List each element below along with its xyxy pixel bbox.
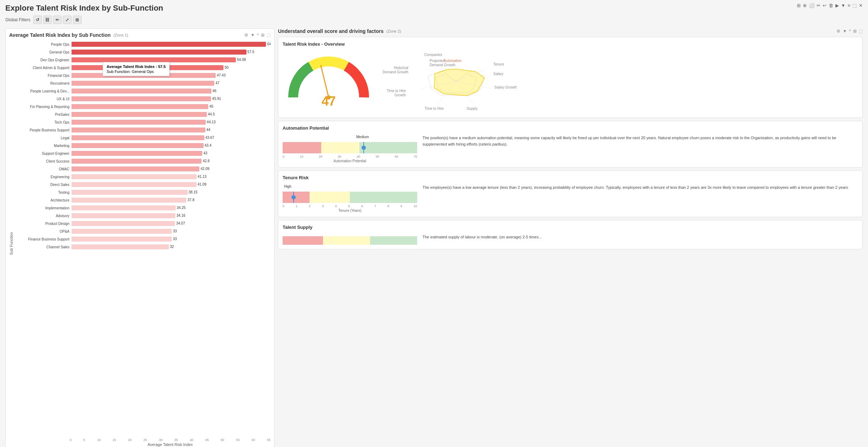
table-row: Channel Sales32	[15, 243, 269, 250]
bar-label: Recruitment	[15, 81, 72, 85]
bar-value: 34.16	[176, 213, 185, 218]
svg-text:Companies: Companies	[424, 53, 442, 57]
talent-supply-title: Talent Supply	[283, 225, 312, 230]
bar-label: Marketing	[15, 144, 72, 148]
delete-icon[interactable]: 🗑	[829, 3, 833, 8]
bar-fill	[72, 42, 266, 47]
right-panel-title: Understand overall score and driving fac…	[278, 28, 384, 34]
automation-x-label: Automation Potential	[283, 159, 417, 163]
right-pop-icon[interactable]: ⬚	[859, 29, 863, 34]
add-icon[interactable]: ⊕	[803, 3, 807, 8]
svg-text:Salary: Salary	[493, 72, 503, 76]
filter-icon[interactable]: ▼	[841, 3, 846, 8]
radar-wrapper: Automation Tenure Salary Growth Supply T…	[382, 50, 858, 113]
right-filter-icon[interactable]: ▼	[843, 29, 847, 34]
x-tick: 55	[236, 438, 240, 442]
table-row: Implementation34.25	[15, 204, 269, 211]
bar-value: 33	[173, 237, 177, 242]
table-row: Engineering41.13	[15, 173, 269, 180]
undo-icon[interactable]: ↩	[823, 3, 827, 8]
table-row: Legal43.67	[15, 134, 269, 141]
main-content: Average Talent Risk Index by Sub Functio…	[5, 28, 863, 447]
bar-container: 45.91	[72, 96, 269, 101]
svg-line-0	[321, 66, 329, 97]
table-row: People Ops64	[15, 41, 269, 48]
menu-icon[interactable]: ≡	[847, 3, 850, 8]
tenure-description: The employee(s) have a low average tenur…	[422, 183, 858, 191]
bar-label: Legal	[15, 136, 72, 140]
bar-container: 43.67	[72, 135, 269, 140]
automation-tick-50: 50	[376, 155, 379, 158]
filter-grid-btn[interactable]: ⊞	[73, 16, 81, 24]
bar-container: 44	[72, 128, 269, 132]
bar-label: Engineering	[15, 175, 72, 179]
x-tick: 45	[205, 438, 209, 442]
bar-fill	[72, 182, 197, 187]
left-grid-icon[interactable]: ⊞	[261, 33, 265, 38]
x-tick: 35	[174, 438, 178, 442]
left-panel: Average Talent Risk Index by Sub Functio…	[5, 28, 274, 447]
right-grid-icon[interactable]: ⊞	[853, 29, 857, 34]
table-row: Client Success42.8	[15, 158, 269, 165]
bar-label: People Ops	[15, 43, 72, 46]
x-tick: 15	[113, 438, 116, 442]
left-panel-zone: (Zone 1)	[113, 33, 128, 37]
tenure-stacked-bar	[283, 192, 417, 203]
automation-stacked-bar	[283, 142, 417, 153]
right-settings-icon[interactable]: ⚙	[836, 29, 840, 34]
bar-label: Support Engineer	[15, 152, 72, 155]
right-expand-icon[interactable]: ^	[849, 29, 851, 34]
left-pop-icon[interactable]: ⬚	[267, 33, 271, 38]
overview-title: Talent Risk Index - Overview	[283, 41, 858, 47]
filter-link-btn[interactable]: ⛓	[43, 16, 52, 24]
talent-seg-low	[283, 236, 323, 245]
right-panel-zone: (Zone 2)	[386, 29, 401, 33]
close-icon[interactable]: ✕	[859, 3, 863, 8]
edit-icon[interactable]: ✏	[817, 3, 821, 8]
global-filters: Global Filters ↺ ⛓ ✏ ⤢ ⊞	[5, 16, 863, 24]
bar-fill	[72, 198, 186, 203]
bar-value: 47.43	[217, 73, 226, 78]
filter-expand-btn[interactable]: ⤢	[63, 16, 72, 24]
x-tick: 25	[143, 438, 147, 442]
bar-fill	[72, 57, 236, 62]
tenure-title: Tenure Risk	[283, 175, 308, 180]
left-panel-title-group: Average Talent Risk Index by Sub Functio…	[9, 32, 128, 38]
bar-fill	[72, 112, 207, 117]
box-icon[interactable]: ⬜	[809, 3, 815, 8]
automation-title: Automation Potential	[283, 125, 329, 131]
table-row: General Ops57.5	[15, 49, 269, 56]
grid-icon[interactable]: ⊞	[797, 3, 801, 8]
bar-value: 32	[170, 244, 174, 249]
bar-value: 57.5	[248, 50, 254, 55]
bar-fill	[72, 221, 175, 226]
right-panel-title-group: Understand overall score and driving fac…	[278, 28, 401, 34]
bar-fill	[72, 65, 223, 70]
left-expand-icon[interactable]: ^	[257, 33, 259, 38]
forward-icon[interactable]: ▶	[835, 3, 839, 8]
svg-text:Time to Hire: Time to Hire	[425, 107, 444, 111]
left-filter-icon[interactable]: ▼	[250, 33, 255, 38]
bar-label: People Business Support	[15, 128, 72, 132]
filter-brush-btn[interactable]: ✏	[53, 16, 62, 24]
radar-svg: Automation Tenure Salary Growth Supply T…	[382, 50, 531, 113]
tenure-tick-9: 9	[401, 204, 402, 208]
automation-chart: Medium	[283, 134, 417, 163]
bar-container: 50	[72, 65, 269, 70]
bar-container: 33	[72, 237, 269, 242]
x-tick: 50	[221, 438, 224, 442]
bar-label: OMAC	[15, 167, 72, 171]
widget-icon[interactable]: ⬚	[852, 3, 857, 8]
bar-fill	[72, 120, 206, 125]
bar-container: 47	[72, 81, 269, 86]
bar-fill	[72, 151, 202, 156]
bar-fill	[72, 213, 175, 218]
top-toolbar: ⊞ ⊕ ⬜ ✏ ↩ 🗑 ▶ ▼ ≡ ⬚ ✕	[797, 3, 863, 8]
automation-tick-40: 40	[357, 155, 360, 158]
table-row: Advisory34.16	[15, 212, 269, 219]
filter-reset-btn[interactable]: ↺	[33, 16, 42, 24]
left-settings-icon[interactable]: ⚙	[244, 33, 248, 38]
bar-value: 45	[209, 104, 213, 109]
tenure-seg-low	[350, 192, 417, 203]
tenure-tick-5: 5	[348, 204, 350, 208]
